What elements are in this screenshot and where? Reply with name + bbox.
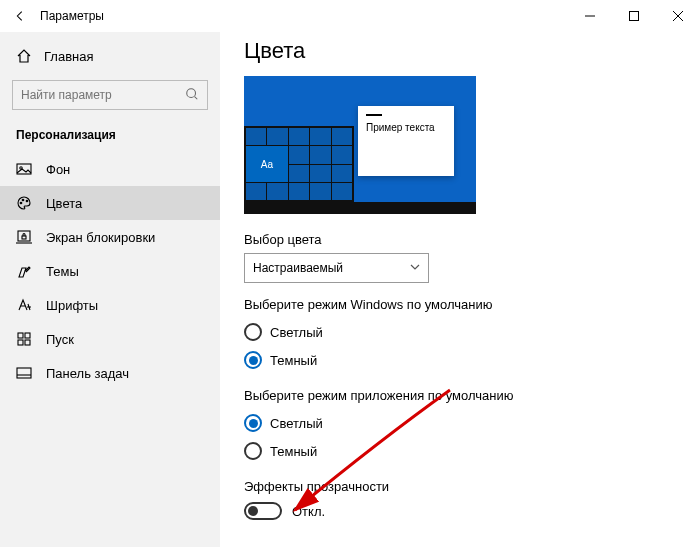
radio-icon [244,442,262,460]
lockscreen-icon [16,229,32,245]
color-choice-dropdown[interactable]: Настраиваемый [244,253,429,283]
sidebar-item-label: Фон [46,162,70,177]
windows-mode-dark[interactable]: Темный [244,346,676,374]
maximize-button[interactable] [612,0,656,32]
window-title: Параметры [40,9,104,23]
app-mode-light[interactable]: Светлый [244,409,676,437]
image-icon [16,161,32,177]
sidebar: Главная Персонализация Фон Цвета Экран б… [0,32,220,547]
chevron-down-icon [410,261,420,275]
windows-mode-label: Выберите режим Windows по умолчанию [244,297,676,312]
preview-window: Пример текста [358,106,454,176]
windows-mode-light[interactable]: Светлый [244,318,676,346]
radio-icon [244,414,262,432]
svg-rect-1 [630,12,639,21]
close-button[interactable] [656,0,700,32]
sidebar-item-start[interactable]: Пуск [0,322,220,356]
palette-icon [16,195,32,211]
sidebar-item-label: Экран блокировки [46,230,155,245]
transparency-toggle[interactable] [244,502,282,520]
sidebar-item-label: Темы [46,264,79,279]
svg-rect-6 [17,164,31,174]
svg-rect-15 [25,333,30,338]
page-title: Цвета [244,38,676,64]
sidebar-item-fonts[interactable]: Шрифты [0,288,220,322]
search-icon [185,87,199,104]
section-header: Персонализация [0,124,220,152]
svg-rect-18 [17,368,31,378]
search-input[interactable] [21,88,185,102]
color-choice-label: Выбор цвета [244,232,676,247]
app-mode-dark[interactable]: Темный [244,437,676,465]
preview-tile-aa: Aa [246,146,288,182]
dropdown-value: Настраиваемый [253,261,343,275]
radio-label: Темный [270,444,317,459]
sidebar-item-taskbar[interactable]: Панель задач [0,356,220,390]
preview-sample-text: Пример текста [366,122,446,133]
svg-point-4 [187,88,196,97]
preview-start-menu: Aa [244,126,354,202]
home-link[interactable]: Главная [0,40,220,72]
app-mode-group: Светлый Темный [244,409,676,465]
sidebar-item-label: Шрифты [46,298,98,313]
sidebar-item-label: Пуск [46,332,74,347]
back-button[interactable] [0,0,40,32]
windows-mode-group: Светлый Темный [244,318,676,374]
transparency-label: Эффекты прозрачности [244,479,676,494]
radio-label: Светлый [270,325,323,340]
start-icon [16,331,32,347]
radio-icon [244,323,262,341]
svg-rect-17 [25,340,30,345]
sidebar-item-label: Цвета [46,196,82,211]
titlebar: Параметры [0,0,700,32]
svg-rect-16 [18,340,23,345]
themes-icon [16,263,32,279]
toggle-state: Откл. [292,504,325,519]
svg-rect-14 [18,333,23,338]
svg-point-10 [26,200,28,202]
home-icon [16,48,32,64]
radio-label: Светлый [270,416,323,431]
taskbar-icon [16,365,32,381]
svg-point-9 [22,199,24,201]
search-box[interactable] [12,80,208,110]
preview-taskbar [244,202,476,214]
sidebar-item-colors[interactable]: Цвета [0,186,220,220]
svg-rect-13 [22,236,26,239]
sidebar-item-background[interactable]: Фон [0,152,220,186]
app-mode-label: Выберите режим приложения по умолчанию [244,388,676,403]
home-label: Главная [44,49,93,64]
sidebar-item-themes[interactable]: Темы [0,254,220,288]
svg-line-5 [195,96,198,99]
radio-label: Темный [270,353,317,368]
sidebar-item-label: Панель задач [46,366,129,381]
svg-point-8 [20,202,22,204]
color-preview: Aa Пример текста [244,76,476,214]
minimize-button[interactable] [568,0,612,32]
sidebar-item-lockscreen[interactable]: Экран блокировки [0,220,220,254]
main-content: Цвета Aa Пример текста Выбор цвета Настр… [220,32,700,547]
fonts-icon [16,297,32,313]
radio-icon [244,351,262,369]
